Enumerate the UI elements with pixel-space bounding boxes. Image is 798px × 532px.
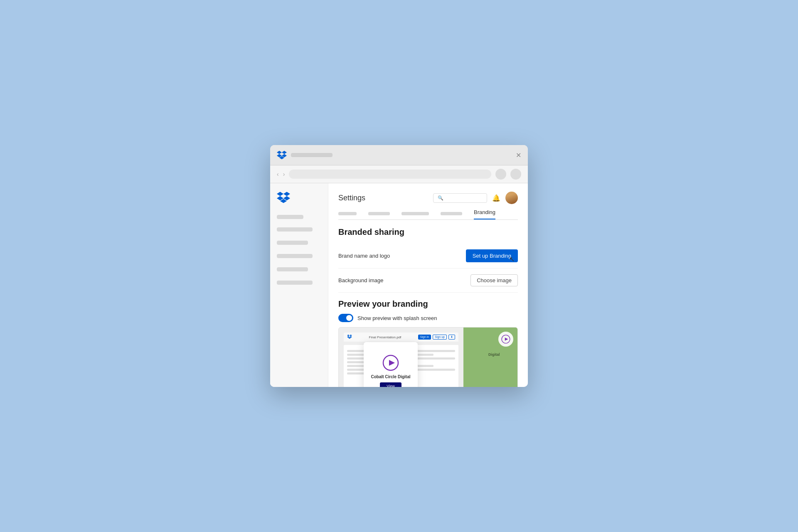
browser-navbar: ‹ › <box>270 165 528 183</box>
preview-inner: Final Presentation.pdf Sign in Sign up ⬇ <box>339 328 517 387</box>
download-btn[interactable]: ⬇ <box>448 335 455 340</box>
browser-url-placeholder <box>291 153 332 157</box>
branded-sharing-title: Branded sharing <box>338 227 518 237</box>
tab-placeholder-1[interactable] <box>338 212 357 215</box>
signup-btn[interactable]: Sign up <box>433 335 447 340</box>
sidebar-nav-item-3[interactable] <box>277 254 313 258</box>
tab-branding[interactable]: Branding <box>474 209 495 219</box>
preview-toggle[interactable] <box>338 314 353 322</box>
choose-image-button[interactable]: Choose image <box>470 274 518 286</box>
signin-btn[interactable]: Sign in <box>418 335 431 340</box>
browser-window: ✕ ‹ › <box>270 145 528 387</box>
preview-section: Preview your branding Show preview with … <box>338 299 518 387</box>
brand-name-logo-label: Brand name and logo <box>338 253 390 259</box>
svg-marker-3 <box>505 337 508 341</box>
bell-icon[interactable]: 🔔 <box>492 194 500 202</box>
tabs-row-inner: Branding <box>338 209 495 219</box>
settings-header: Settings 🔍 🔔 <box>338 192 518 204</box>
svg-marker-1 <box>389 360 395 366</box>
preview-right-content: Digital 🌸 <box>463 328 517 387</box>
splash-logo <box>382 355 399 371</box>
tab-placeholder-3[interactable] <box>401 212 429 215</box>
tabs-row: Branding <box>338 209 518 220</box>
back-arrow-icon[interactable]: ‹ <box>277 171 279 177</box>
search-box[interactable]: 🔍 <box>433 193 487 203</box>
preview-left: Final Presentation.pdf Sign in Sign up ⬇ <box>339 328 463 387</box>
main-content: Settings 🔍 🔔 <box>328 183 528 387</box>
preview-right: Digital 🌸 <box>463 328 517 387</box>
sidebar-nav-item-4[interactable] <box>277 267 308 271</box>
avatar-image <box>505 192 518 204</box>
avatar <box>505 192 518 204</box>
tab-placeholder-2[interactable] <box>368 212 390 215</box>
nav-circle-2 <box>510 169 521 180</box>
preview-topbar-logo <box>347 335 352 340</box>
url-bar[interactable] <box>289 170 491 179</box>
cursor-icon: ↖ <box>509 255 515 263</box>
preview-splash: Cobalt Circle Digital View <box>364 342 418 387</box>
splash-view-button[interactable]: View <box>380 382 401 387</box>
search-icon: 🔍 <box>438 195 443 201</box>
preview-right-label: Digital <box>488 352 500 357</box>
preview-title: Preview your branding <box>338 299 518 309</box>
preview-right-overlay <box>498 332 513 347</box>
toggle-row: Show preview with splash screen <box>338 314 518 322</box>
close-icon[interactable]: ✕ <box>515 152 521 158</box>
sidebar <box>270 183 328 387</box>
preview-frame: Final Presentation.pdf Sign in Sign up ⬇ <box>338 327 518 387</box>
background-image-label: Background image <box>338 277 383 283</box>
toggle-label: Show preview with splash screen <box>357 315 437 321</box>
sidebar-nav-group <box>277 227 321 290</box>
nav-circle-1 <box>495 169 506 180</box>
sidebar-nav-item-2[interactable] <box>277 241 308 245</box>
preview-filename: Final Presentation.pdf <box>355 335 416 339</box>
browser-titlebar: ✕ <box>270 145 528 165</box>
background-image-row: Background image Choose image <box>338 268 518 293</box>
tab-placeholder-4[interactable] <box>441 212 462 215</box>
preview-topbar: Final Presentation.pdf Sign in Sign up ⬇ <box>344 332 458 342</box>
preview-topbar-btns: Sign in Sign up ⬇ <box>418 335 455 340</box>
toggle-knob <box>346 315 352 321</box>
brand-name-logo-row: Brand name and logo Set up Branding ↖ <box>338 244 518 268</box>
sidebar-nav-item-5[interactable] <box>277 281 313 285</box>
sidebar-logo <box>277 192 321 205</box>
sidebar-nav-item-1[interactable] <box>277 227 313 232</box>
dropbox-logo <box>277 150 287 160</box>
browser-content: Settings 🔍 🔔 <box>270 183 528 387</box>
settings-header-right: 🔍 🔔 <box>433 192 518 204</box>
forward-arrow-icon[interactable]: › <box>283 171 285 177</box>
splash-company-name: Cobalt Circle Digital <box>371 374 410 379</box>
settings-title: Settings <box>338 194 365 202</box>
sidebar-placeholder-1 <box>277 215 303 219</box>
